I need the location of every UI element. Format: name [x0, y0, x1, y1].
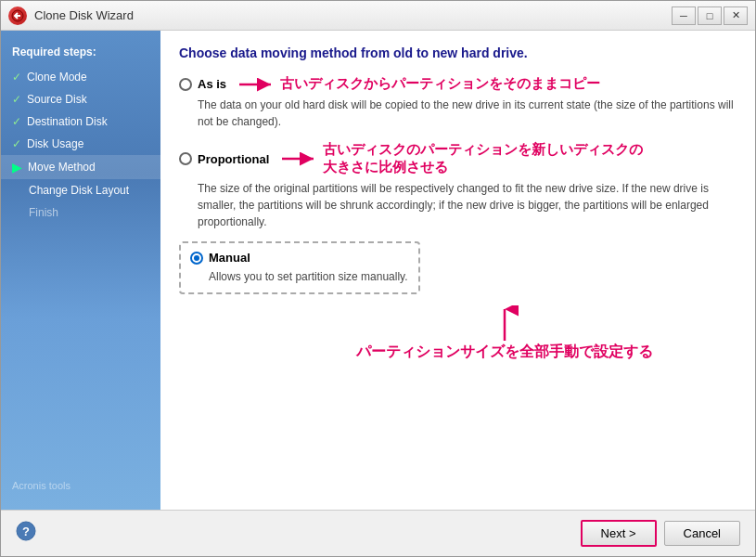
titlebar-left: Clone Disk Wizard — [8, 6, 134, 25]
option-label-as-is: As is — [198, 77, 226, 91]
sidebar-item-destination-disk[interactable]: ✓ Destination Disk — [1, 110, 160, 133]
options-area: As is 古いディスクからパーティションをそのままコピー — [179, 75, 737, 362]
titlebar-controls: ─ □ ✕ — [672, 6, 748, 25]
radio-as-is[interactable] — [179, 78, 192, 91]
help-icon[interactable]: ? — [16, 521, 36, 546]
annotation-text-as-is: 古いディスクからパーティションをそのままコピー — [280, 75, 600, 93]
option-desc-as-is: The data on your old hard disk will be c… — [198, 97, 737, 130]
check-icon-source-disk: ✓ — [12, 93, 21, 106]
arrow-icon-move-method: ▶ — [12, 160, 22, 175]
sidebar-label-clone-mode: Clone Mode — [27, 71, 87, 84]
option-desc-manual: Allows you to set partition size manuall… — [209, 268, 409, 285]
sidebar-item-disk-usage[interactable]: ✓ Disk Usage — [1, 133, 160, 155]
sidebar-label-move-method: Move Method — [28, 161, 96, 174]
main-title: Choose data moving method from old to ne… — [179, 45, 737, 60]
option-block-as-is: As is 古いディスクからパーティションをそのままコピー — [179, 75, 737, 130]
sidebar-item-clone-mode[interactable]: ✓ Clone Mode — [1, 66, 160, 88]
window-title: Clone Disk Wizard — [34, 8, 134, 22]
window: Clone Disk Wizard ─ □ ✕ Required steps: … — [0, 0, 756, 557]
annotation-arrow-proportional: 古いディスクのパーティションを新しいディスクの大きさに比例させる — [282, 141, 643, 176]
option-label-manual: Manual — [209, 251, 250, 265]
arrow-svg-proportional — [282, 151, 319, 166]
option-row-manual: Manual — [190, 251, 409, 265]
minimize-button[interactable]: ─ — [672, 6, 696, 25]
sidebar-section-title: Required steps: — [1, 42, 160, 66]
option-label-proportional: Proportional — [198, 152, 269, 166]
option-block-manual: Manual Allows you to set partition size … — [179, 241, 420, 294]
close-button[interactable]: ✕ — [724, 6, 748, 25]
cancel-button[interactable]: Cancel — [664, 521, 740, 546]
footer: ? Next > Cancel — [1, 510, 755, 556]
sidebar-item-change-disk-layout[interactable]: Change Disk Layout — [1, 179, 160, 201]
content-area: Required steps: ✓ Clone Mode ✓ Source Di… — [1, 31, 755, 510]
annotation-text-manual: パーティションサイズを全部手動で設定する — [356, 343, 653, 362]
sidebar-bottom: Acronis tools — [1, 473, 160, 499]
sidebar-label-finish: Finish — [29, 206, 58, 219]
annotation-arrow-as-is: 古いディスクからパーティションをそのままコピー — [239, 75, 600, 93]
annotation-manual-container: パーティションサイズを全部手動で設定する — [272, 305, 737, 362]
app-icon — [8, 6, 27, 25]
sidebar-item-source-disk[interactable]: ✓ Source Disk — [1, 88, 160, 110]
arrow-svg-manual — [486, 305, 523, 343]
radio-manual[interactable] — [190, 252, 203, 265]
sidebar-item-finish: Finish — [1, 201, 160, 224]
main-content: Choose data moving method from old to ne… — [160, 31, 755, 510]
check-icon-clone-mode: ✓ — [12, 71, 21, 84]
check-icon-destination-disk: ✓ — [12, 115, 21, 128]
sidebar-label-source-disk: Source Disk — [27, 93, 87, 106]
radio-proportional[interactable] — [179, 152, 192, 165]
option-desc-proportional: The size of the original partitions will… — [198, 180, 737, 230]
sidebar-bottom-text: Acronis tools — [12, 480, 70, 491]
check-icon-disk-usage: ✓ — [12, 137, 21, 150]
sidebar-label-change-disk-layout: Change Disk Layout — [29, 184, 129, 197]
option-row-as-is: As is 古いディスクからパーティションをそのままコピー — [179, 75, 737, 93]
option-block-proportional: Proportional 古いディスクのパーティションを新しいディ — [179, 141, 737, 230]
maximize-button[interactable]: □ — [698, 6, 722, 25]
arrow-svg-as-is — [239, 77, 276, 92]
sidebar: Required steps: ✓ Clone Mode ✓ Source Di… — [1, 31, 160, 510]
next-button[interactable]: Next > — [581, 520, 657, 547]
svg-text:?: ? — [22, 525, 30, 538]
titlebar: Clone Disk Wizard ─ □ ✕ — [1, 1, 755, 31]
sidebar-label-destination-disk: Destination Disk — [27, 115, 108, 128]
sidebar-item-move-method[interactable]: ▶ Move Method — [1, 155, 160, 179]
annotation-text-proportional: 古いディスクのパーティションを新しいディスクの大きさに比例させる — [323, 141, 643, 176]
option-row-proportional: Proportional 古いディスクのパーティションを新しいディ — [179, 141, 737, 176]
sidebar-label-disk-usage: Disk Usage — [27, 137, 83, 150]
